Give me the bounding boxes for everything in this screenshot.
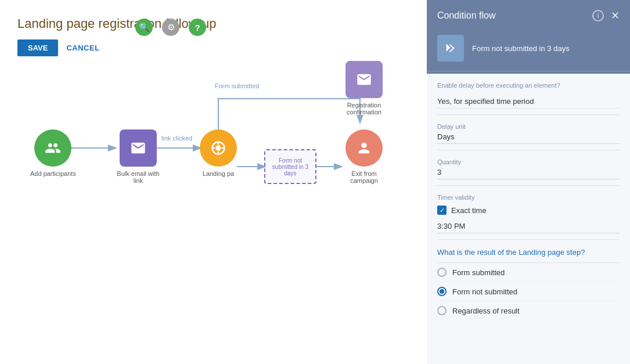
time-value[interactable]: 3:30 PM	[437, 219, 620, 233]
delay-enable-label: Enable delay before executing an element…	[437, 82, 620, 89]
exact-time-checkbox[interactable]: ✓	[437, 206, 447, 215]
form-submitted-label: Form submitted	[215, 82, 259, 89]
radio-regardless-label: Regardless of result	[452, 307, 520, 315]
help-icon[interactable]: ?	[189, 19, 206, 36]
timer-validity-section: Timer validity ✓ Exact time 3:30 PM	[437, 186, 620, 240]
panel-header-icons: i ✕	[592, 9, 620, 22]
panel-node-icon	[437, 35, 464, 62]
quantity-value[interactable]: 3	[437, 168, 620, 179]
panel-body: Enable delay before executing an element…	[427, 74, 630, 364]
radio-regardless[interactable]: Regardless of result	[437, 301, 620, 320]
radio-form-submitted-button[interactable]	[437, 268, 447, 277]
panel-header: Condition flow i ✕	[427, 0, 630, 29]
delay-enable-section: Enable delay before executing an element…	[437, 74, 620, 115]
node-landing-page[interactable]: Landing pa	[200, 129, 237, 177]
add-participants-icon	[34, 129, 71, 167]
svg-point-5	[215, 145, 221, 150]
node-registration-confirmation[interactable]: Registration confirmation	[341, 61, 387, 116]
info-icon[interactable]: i	[592, 10, 604, 21]
node-exit-campaign-label: Exit from campaign	[341, 170, 387, 184]
timer-validity-label: Timer validity	[437, 194, 620, 201]
radio-options: Form submitted Form not submitted Regard…	[437, 263, 620, 320]
cancel-button[interactable]: CANCEL	[66, 44, 99, 52]
delay-enable-value: Yes, for specified time period	[437, 91, 620, 109]
node-exit-campaign[interactable]: Exit from campaign	[341, 129, 387, 184]
radio-regardless-button[interactable]	[437, 306, 447, 315]
radio-form-submitted-label: Form submitted	[452, 268, 505, 277]
exact-time-row: ✓ Exact time	[437, 206, 620, 215]
radio-form-submitted[interactable]: Form submitted	[437, 263, 620, 282]
close-icon[interactable]: ✕	[611, 9, 620, 22]
link-clicked-label: link clicked	[161, 135, 192, 142]
delay-unit-label: Delay unit	[437, 123, 620, 130]
radio-inner-dot	[440, 289, 444, 294]
header-icons: 🔍 ⚙ ?	[135, 19, 206, 36]
delay-unit-value[interactable]: Days	[437, 132, 620, 144]
node-registration-label: Registration confirmation	[341, 102, 387, 116]
exact-time-label: Exact time	[451, 206, 487, 215]
radio-form-not-submitted-button[interactable]	[437, 287, 447, 296]
search-icon[interactable]: 🔍	[135, 19, 153, 36]
flow-diagram: Add participants Bulk email with link li…	[12, 93, 418, 279]
delay-unit-section: Delay unit Days	[437, 115, 620, 150]
registration-icon	[345, 61, 383, 98]
save-button[interactable]: SAVE	[17, 39, 58, 56]
node-form-not-submitted[interactable]: Form not submitted in 3 days	[264, 149, 316, 184]
settings-icon[interactable]: ⚙	[162, 19, 179, 36]
quantity-label: Quantity	[437, 158, 620, 165]
page-title: Landing page registration follow-up	[0, 0, 427, 31]
node-landing-page-label: Landing pa	[203, 170, 234, 177]
bulk-email-icon	[120, 129, 157, 167]
result-question: What is the result of the Landing page s…	[437, 240, 620, 263]
quantity-section: Quantity 3	[437, 150, 620, 186]
radio-form-not-submitted[interactable]: Form not submitted	[437, 282, 620, 301]
panel-node-text: Form not submitted in 3 days	[472, 44, 570, 53]
node-add-participants[interactable]: Add participants	[30, 129, 76, 177]
radio-form-not-submitted-label: Form not submitted	[452, 287, 517, 296]
flow-lines	[12, 93, 418, 279]
toolbar: SAVE CANCEL	[0, 31, 427, 64]
node-bulk-email[interactable]: Bulk email with link	[115, 129, 161, 184]
node-add-participants-label: Add participants	[30, 170, 76, 177]
right-panel: Condition flow i ✕ Form not submitted in…	[427, 0, 630, 364]
panel-title: Condition flow	[437, 10, 496, 21]
node-bulk-email-label: Bulk email with link	[115, 170, 161, 184]
landing-page-icon	[200, 129, 237, 167]
exit-campaign-icon	[345, 129, 383, 167]
canvas-area: Landing page registration follow-up SAVE…	[0, 0, 427, 364]
form-not-submitted-icon: Form not submitted in 3 days	[264, 149, 316, 184]
panel-node-row: Form not submitted in 3 days	[427, 29, 630, 71]
